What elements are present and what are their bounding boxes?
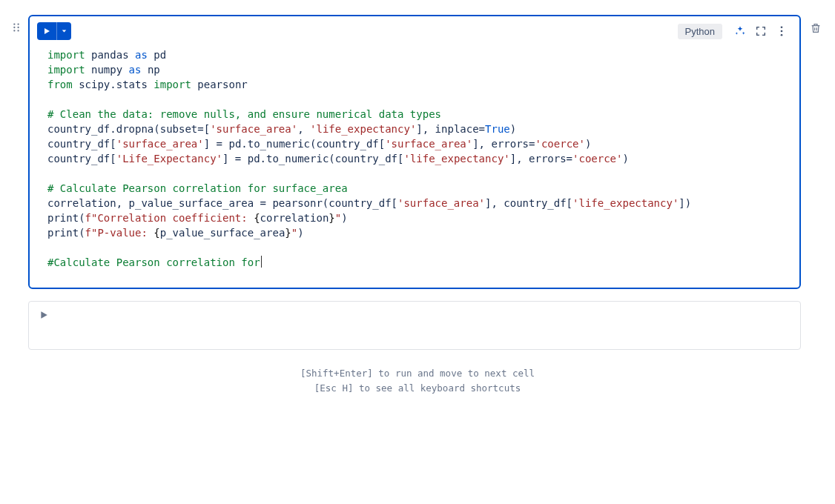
svg-point-4	[13, 30, 15, 31]
idle-cell-row	[10, 301, 825, 350]
run-dropdown-button[interactable]	[56, 22, 71, 40]
active-cell-row: Python import pandas as pd import numpy …	[10, 15, 825, 289]
hint-run: [Shift+Enter] to run and move to next ce…	[10, 366, 825, 381]
code-editor[interactable]: import pandas as pd import numpy as np f…	[30, 43, 799, 288]
trash-placeholder	[807, 301, 825, 308]
run-button-group	[37, 22, 71, 40]
cell-toolbar: Python	[30, 16, 799, 43]
svg-point-0	[13, 23, 15, 24]
more-icon[interactable]	[771, 21, 792, 42]
keyboard-hints: [Shift+Enter] to run and move to next ce…	[10, 366, 825, 396]
code-cell-idle[interactable]	[28, 301, 801, 350]
svg-point-8	[781, 34, 783, 36]
svg-point-2	[13, 27, 15, 28]
text-cursor	[261, 256, 262, 268]
hint-shortcuts: [Esc H] to see all keyboard shortcuts	[10, 381, 825, 396]
drag-handle-placeholder	[10, 301, 22, 308]
svg-point-6	[781, 26, 783, 28]
svg-point-3	[17, 27, 19, 28]
code-cell-active[interactable]: Python import pandas as pd import numpy …	[28, 15, 801, 289]
run-button[interactable]	[37, 22, 56, 40]
ai-sparkle-icon[interactable]	[730, 21, 750, 42]
expand-icon[interactable]	[750, 21, 771, 42]
svg-point-1	[17, 23, 19, 24]
delete-cell-icon[interactable]	[807, 15, 825, 34]
language-badge[interactable]: Python	[678, 24, 722, 39]
svg-point-7	[781, 30, 783, 33]
run-idle-icon[interactable]	[39, 309, 48, 322]
drag-handle-icon[interactable]	[10, 15, 22, 33]
svg-point-5	[17, 30, 19, 31]
